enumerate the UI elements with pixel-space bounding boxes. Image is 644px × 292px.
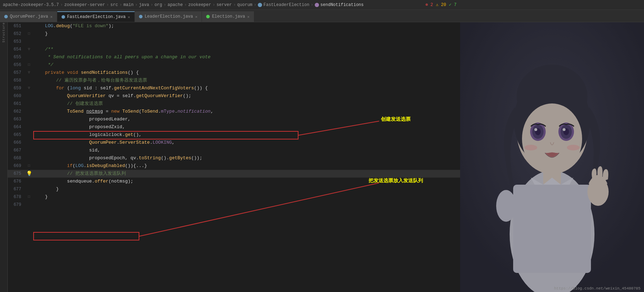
svg-point-12 [534, 128, 537, 131]
line-679: 679 [8, 201, 460, 209]
crumb-zookeeper[interactable]: zookeeper [188, 2, 211, 7]
line-651: 651 LOG.debug("FLE is down"); [8, 22, 460, 30]
line-655: 655 * Send notifications to all peers up… [8, 53, 460, 61]
line-663: 663 proposedLeader, [8, 115, 460, 123]
left-sidebar: Structure [0, 22, 8, 292]
line-678: 678 □ } [8, 193, 460, 201]
svg-rect-19 [513, 185, 591, 273]
crumb-java[interactable]: java [139, 2, 149, 7]
quorum-peer-tab-icon [4, 15, 8, 18]
svg-point-8 [522, 103, 582, 174]
line-660: 660 QuorumVerifier qv = self.getQuorumVe… [8, 92, 460, 100]
crumb-project[interactable]: apache-zookeeper-3.5.7 [3, 2, 59, 7]
anime-character [460, 22, 644, 292]
line-659: 659 ▽ for (long sid : self.getCurrentAnd… [8, 84, 460, 92]
code-editor[interactable]: 651 LOG.debug("FLE is down"); 652 □ } 65… [8, 22, 460, 292]
leader-election-tab-icon [139, 15, 143, 18]
crumb-module[interactable]: zookeeper-server [64, 2, 105, 7]
close-tab-election[interactable]: ✕ [247, 14, 250, 19]
send-notifications-icon [315, 3, 319, 7]
crumb-org[interactable]: org [155, 2, 162, 7]
structure-label: Structure [0, 22, 8, 292]
line-666: 666 QuorumPeer.ServerState.LOOKING, [8, 139, 460, 147]
fast-leader-election-icon [258, 3, 262, 7]
svg-point-18 [567, 145, 580, 150]
crumb-main[interactable]: main [123, 2, 134, 7]
line-668: 668 proposedEpoch, qv.toString().getByte… [8, 154, 460, 162]
line-661: 661 // 创建发送选票 [8, 100, 460, 108]
line-652: 652 □ } [8, 30, 460, 38]
tabs-bar: QuorumPeer.java ✕ FastLeaderElection.jav… [0, 10, 644, 22]
line-662: 662 ToSend notmsg = new ToSend(ToSend.mT… [8, 108, 460, 115]
election-tab-icon [206, 15, 210, 18]
crumb-apache[interactable]: apache [168, 2, 183, 7]
main-layout: Structure 651 LOG.debug("FLE is down"); … [0, 22, 644, 292]
crumb-send-notifications[interactable]: sendNotifications [320, 2, 364, 7]
tab-election[interactable]: Election.java ✕ [202, 11, 254, 22]
warning-count: ⚠ 20 [436, 2, 446, 7]
tab-fast-leader-election[interactable]: FastLeaderElection.java ✕ [57, 11, 135, 22]
svg-point-16 [563, 128, 565, 131]
line-657: 657 ▽ private void sendNotifications() { [8, 69, 460, 77]
error-indicators: ⊗ 2 ⚠ 20 ✓ 7 [425, 2, 457, 7]
svg-point-21 [496, 190, 516, 222]
line-653: 653 [8, 38, 460, 46]
svg-point-17 [524, 145, 537, 150]
right-panel: https://blog.csdn.net/weixin_45480785 [460, 22, 644, 292]
tab-leader-election[interactable]: LeaderElection.java ✕ [135, 11, 202, 22]
crumb-quorum[interactable]: quorum [237, 2, 253, 7]
code-scroll[interactable]: 651 LOG.debug("FLE is down"); 652 □ } 65… [8, 22, 460, 292]
line-677: 677 } [8, 185, 460, 193]
crumb-src[interactable]: src [110, 2, 118, 7]
close-tab-quorum[interactable]: ✕ [50, 14, 53, 19]
line-669: 669 □ if(LOG.isDebugEnabled()){...} [8, 162, 460, 170]
crumb-fast-leader[interactable]: FastLeaderElection [263, 2, 309, 7]
ok-count: ✓ 7 [449, 2, 457, 7]
line-667: 667 sid, [8, 147, 460, 154]
csdn-url: https://blog.csdn.net/weixin_45480785 [554, 286, 640, 291]
line-676: 676 sendqueue.offer(notmsg); [8, 178, 460, 185]
crumb-server[interactable]: server [216, 2, 232, 7]
line-656: 656 □ */ [8, 61, 460, 69]
line-664: 664 proposedZxid, [8, 123, 460, 131]
line-675: 675 💡 // 把发送选票放入发送队列 [8, 170, 460, 178]
line-654: 654 ▽ /** [8, 46, 460, 53]
breadcrumb: apache-zookeeper-3.5.7 › zookeeper-serve… [0, 0, 644, 10]
close-tab-fast[interactable]: ✕ [128, 15, 130, 19]
tab-quorum-peer[interactable]: QuorumPeer.java ✕ [0, 11, 57, 22]
close-tab-leader[interactable]: ✕ [195, 14, 198, 19]
anime-background [460, 22, 644, 292]
line-665: 665 logicalclock.get(), [8, 131, 460, 139]
line-658: 658 // 遍历投票参与者，给每台服务器发送选票 [8, 77, 460, 84]
error-count: ⊗ 2 [425, 2, 433, 7]
fast-leader-tab-icon [62, 15, 65, 19]
